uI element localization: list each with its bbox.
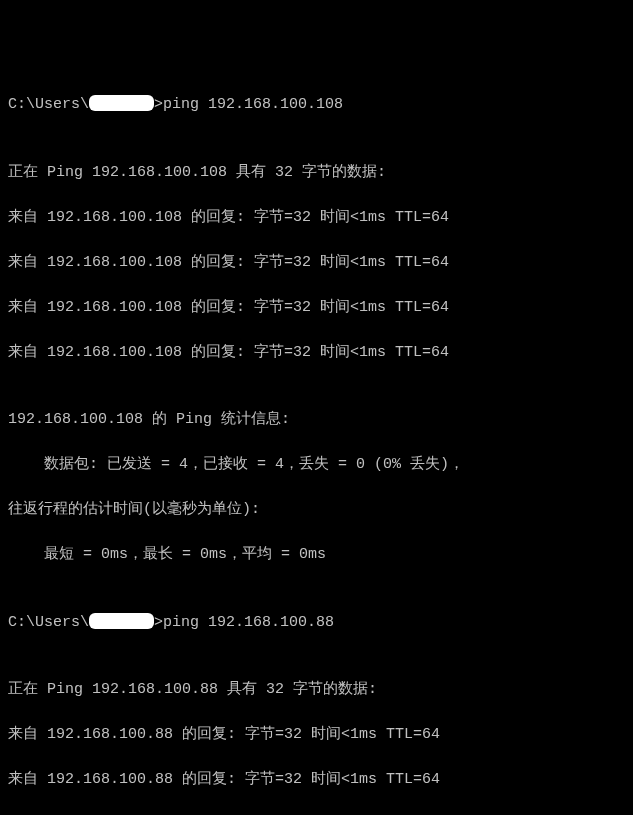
prompt-prefix: C:\Users\ xyxy=(8,96,89,113)
ping-reply: 来自 192.168.100.88 的回复: 字节=32 时间<1ms TTL=… xyxy=(8,724,625,747)
ping-header: 正在 Ping 192.168.100.88 具有 32 字节的数据: xyxy=(8,679,625,702)
ping-packets: 数据包: 已发送 = 4，已接收 = 4，丢失 = 0 (0% 丢失)， xyxy=(8,454,625,477)
command-text: ping 192.168.100.88 xyxy=(163,614,334,631)
ping-reply: 来自 192.168.100.108 的回复: 字节=32 时间<1ms TTL… xyxy=(8,342,625,365)
prompt-line-2: C:\Users\>ping 192.168.100.88 xyxy=(8,612,625,635)
prompt-prefix: C:\Users\ xyxy=(8,614,89,631)
ping-header: 正在 Ping 192.168.100.108 具有 32 字节的数据: xyxy=(8,162,625,185)
command-text: ping 192.168.100.108 xyxy=(163,96,343,113)
prompt-suffix: > xyxy=(154,614,163,631)
ping-rtt: 最短 = 0ms，最长 = 0ms，平均 = 0ms xyxy=(8,544,625,567)
prompt-suffix: > xyxy=(154,96,163,113)
ping-stats-header: 192.168.100.108 的 Ping 统计信息: xyxy=(8,409,625,432)
terminal-output[interactable]: C:\Users\>ping 192.168.100.108 正在 Ping 1… xyxy=(8,94,625,815)
ping-reply: 来自 192.168.100.108 的回复: 字节=32 时间<1ms TTL… xyxy=(8,252,625,275)
prompt-line-1: C:\Users\>ping 192.168.100.108 xyxy=(8,94,625,117)
redacted-username xyxy=(89,95,154,111)
ping-reply: 来自 192.168.100.108 的回复: 字节=32 时间<1ms TTL… xyxy=(8,207,625,230)
ping-rtt-header: 往返行程的估计时间(以毫秒为单位): xyxy=(8,499,625,522)
ping-reply: 来自 192.168.100.108 的回复: 字节=32 时间<1ms TTL… xyxy=(8,297,625,320)
ping-reply: 来自 192.168.100.88 的回复: 字节=32 时间<1ms TTL=… xyxy=(8,769,625,792)
redacted-username xyxy=(89,613,154,629)
